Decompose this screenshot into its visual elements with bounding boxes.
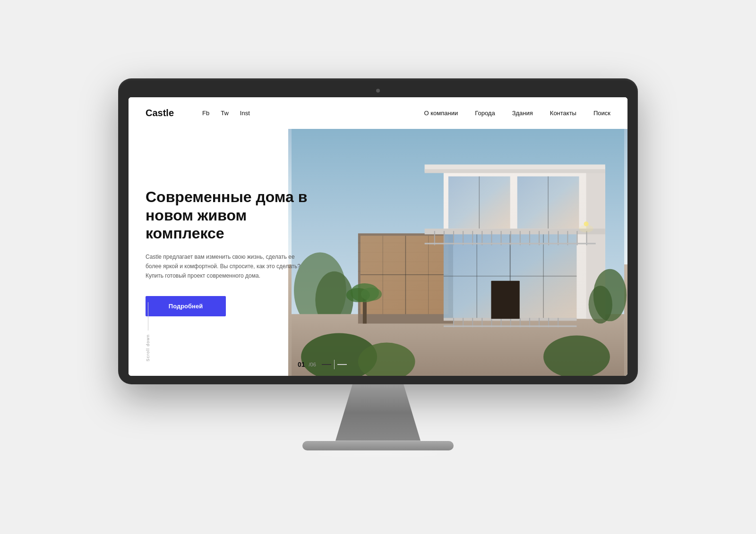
main-content: Современные дома в новом живом комплексе… [129, 129, 627, 376]
nav-buildings[interactable]: Здания [512, 110, 533, 117]
scroll-down: Scroll down [146, 302, 150, 362]
logo[interactable]: Castle [146, 108, 174, 119]
monitor-body: Castle Fb Tw Inst О компании Города Здан… [118, 78, 638, 384]
hero-title: Современные дома в новом живом комплексе [146, 188, 321, 242]
nav-links: О компании Города Здания Контакты Поиск [424, 110, 610, 117]
monitor-screen: Castle Fb Tw Inst О компании Города Здан… [129, 97, 627, 376]
monitor-base-reflection [312, 452, 444, 456]
svg-rect-66 [444, 325, 577, 327]
monitor-top-bar [129, 89, 627, 93]
monitor-wrapper: Castle Fb Tw Inst О компании Города Здан… [118, 78, 638, 456]
social-tw[interactable]: Tw [221, 110, 229, 117]
monitor-stand [335, 384, 421, 441]
svg-rect-10 [425, 169, 605, 173]
nav-search[interactable]: Поиск [593, 110, 610, 117]
slide-next-btn[interactable] [337, 364, 347, 365]
hero-left: Современные дома в новом живом комплексе… [129, 129, 338, 376]
svg-rect-67 [491, 280, 519, 318]
social-inst[interactable]: Inst [240, 110, 250, 117]
nav-cities[interactable]: Города [475, 110, 495, 117]
monitor-camera-icon [376, 89, 380, 93]
hero-button[interactable]: Подробней [146, 296, 226, 316]
nav-contacts[interactable]: Контакты [550, 110, 576, 117]
scroll-down-line [148, 302, 148, 331]
svg-point-75 [361, 287, 382, 300]
hero-description: Castle предлагает вам изменить свою жизн… [146, 252, 301, 281]
hero-background: 01 /06 [288, 129, 627, 376]
monitor-base [302, 441, 454, 450]
scroll-down-text: Scroll down [146, 334, 150, 362]
nav-about[interactable]: О компании [424, 110, 458, 117]
navigation: Castle Fb Tw Inst О компании Города Здан… [129, 97, 627, 129]
svg-point-69 [579, 225, 593, 232]
social-fb[interactable]: Fb [202, 110, 209, 117]
social-links: Fb Tw Inst [202, 110, 250, 117]
svg-rect-34 [425, 229, 605, 234]
house-illustration [288, 129, 627, 376]
hero-image-area: 01 /06 [288, 129, 627, 376]
website: Castle Fb Tw Inst О компании Города Здан… [129, 97, 627, 376]
svg-point-71 [589, 285, 612, 323]
svg-rect-52 [425, 243, 596, 244]
